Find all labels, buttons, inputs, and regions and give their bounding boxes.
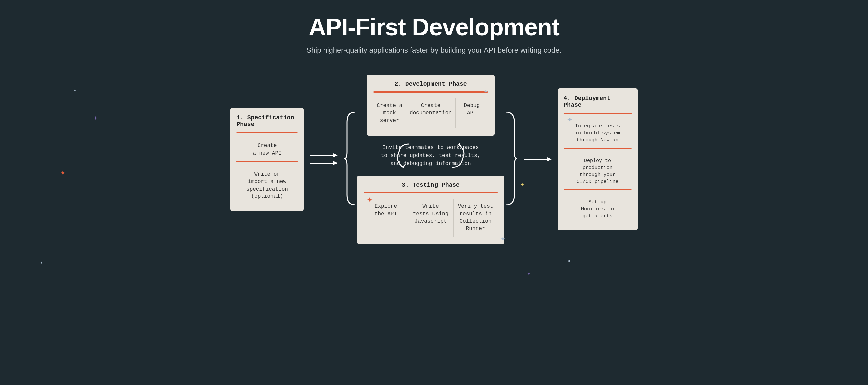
phase-4-divider-3 (563, 189, 631, 190)
phase-2-cell-3: DebugAPI (456, 98, 488, 128)
arrow-shaft-right (524, 159, 551, 160)
phase-2-bar (373, 91, 488, 93)
star-4: ✦ (40, 260, 43, 266)
page-header: API-First Development Ship higher-qualit… (306, 13, 561, 55)
phase-4-divider-1 (563, 113, 631, 114)
phase-3-cell-1: Explorethe API (364, 199, 408, 237)
phase-3-label: 3. Testing Phase (364, 181, 497, 188)
page-title: API-First Development (306, 13, 561, 41)
phase-2-cell-2: Createdocumentation (406, 98, 456, 128)
star-11: ✦ (567, 256, 571, 266)
star-9: ✦ (527, 270, 530, 277)
phase-2-box: 2. Development Phase Create amock server… (367, 75, 494, 136)
phase-2-cells: Create amock server Createdocumentation … (373, 98, 488, 128)
phase-3-box: 3. Testing Phase Explorethe API Writetes… (357, 176, 504, 244)
phase-3-cell-3: Verify testresults inCollection Runner (454, 199, 498, 237)
phase-1-label: 1. Specification Phase (237, 114, 298, 128)
phase-1-divider (237, 132, 298, 133)
phase-3-bar (364, 192, 497, 194)
phase-3-cells: Explorethe API Writetests usingJavascrip… (364, 199, 497, 237)
collab-text: Invite teammates to workspaces to share … (381, 144, 480, 168)
phase-3-cell-2: Writetests usingJavascript (408, 199, 453, 237)
phase-1-item-1: Createa new API (237, 138, 298, 161)
phase-4-item-3: Set upMonitors toget alerts (563, 195, 631, 224)
left-brace (344, 112, 357, 207)
arrow-bottom (310, 163, 337, 164)
page-subtitle: Ship higher-quality applications faster … (306, 46, 561, 55)
arrow-shaft-bottom (310, 163, 337, 164)
phase-4-item-2: Deploy toproductionthrough yourCI/CD pip… (563, 153, 631, 189)
collab-area: Invite teammates to workspaces to share … (374, 136, 487, 176)
phase-4-box: 4. DeploymentPhase Integrate testsin bui… (558, 88, 638, 231)
phase-1-box: 1. Specification Phase Createa new API W… (230, 108, 304, 211)
phase-4-divider-2 (563, 147, 631, 148)
left-connector (304, 155, 344, 164)
phase-2-cell-1: Create amock server (373, 98, 406, 128)
phase-4-label: 4. DeploymentPhase (563, 95, 631, 108)
arrow-shaft-top (310, 155, 337, 156)
right-brace (504, 112, 518, 207)
arrow-top (310, 155, 337, 156)
phase-2-label: 2. Development Phase (373, 80, 488, 87)
right-connector (518, 159, 558, 160)
middle-wrapper: 2. Development Phase Create amock server… (357, 75, 504, 244)
diagram-container: 1. Specification Phase Createa new API W… (34, 75, 834, 244)
phase-1-divider-2 (237, 161, 298, 162)
phase-4-item-1: Integrate testsin build systemthrough Ne… (563, 118, 631, 147)
arrow-right (524, 159, 551, 160)
phase-1-item-2: Write orimport a newspecification(option… (237, 167, 298, 205)
